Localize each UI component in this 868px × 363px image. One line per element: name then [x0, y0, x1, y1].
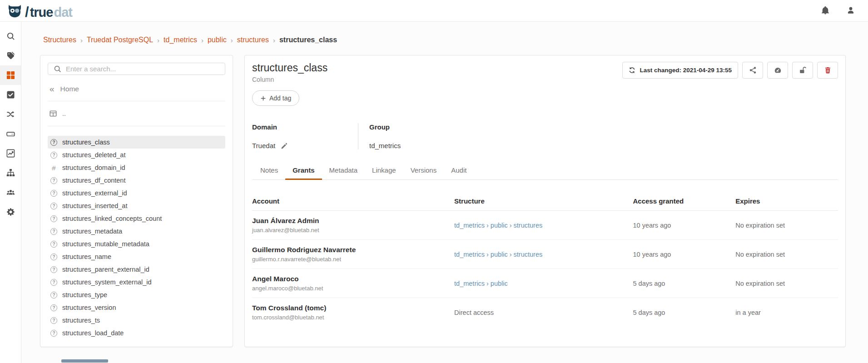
add-tag-button[interactable]: Add tag — [252, 90, 299, 106]
user-profile-icon[interactable] — [846, 6, 856, 16]
question-circle-icon: ? — [50, 279, 57, 286]
search-box — [48, 63, 225, 75]
grant-expires: No expiration set — [735, 222, 838, 229]
grant-account-name: Juan Álvarez Admin — [252, 217, 454, 225]
field-item-label: structures_type — [62, 291, 107, 298]
field-item-label: structures_metadata — [62, 228, 122, 235]
breadcrumb-separator: › — [80, 36, 83, 44]
grant-access-granted: 5 days ago — [633, 309, 735, 316]
field-item-label: structures_version — [62, 304, 116, 311]
breadcrumb-separator: › — [231, 36, 233, 44]
divider — [48, 126, 225, 126]
question-circle-icon: ? — [50, 190, 57, 197]
field-item-label: structures_name — [62, 253, 111, 260]
detail-tabs: NotesGrantsMetadataLinkageVersionsAudit — [252, 162, 838, 180]
notifications-bell-icon[interactable] — [821, 6, 831, 16]
icon-rail — [0, 22, 21, 363]
grant-expires: in a year — [735, 309, 838, 316]
question-circle-icon: ? — [50, 317, 57, 324]
rail-item-dashboards[interactable] — [0, 144, 21, 163]
field-item-label: structures_ts — [62, 317, 100, 324]
grant-row: Guillermo Rodriguez Navarreteguillermo.r… — [252, 240, 838, 269]
field-item-label: structures_linked_concepts_count — [62, 215, 162, 222]
breadcrumb-item[interactable]: td_metrics — [164, 36, 197, 44]
breadcrumb-item[interactable]: Truedat PostgreSQL — [87, 36, 153, 44]
rail-item-rules[interactable] — [0, 85, 21, 104]
rail-item-systems[interactable] — [0, 124, 21, 144]
tab-grants[interactable]: Grants — [285, 162, 322, 180]
tab-notes[interactable]: Notes — [253, 162, 285, 180]
rail-item-search[interactable] — [0, 26, 21, 46]
tab-versions[interactable]: Versions — [403, 162, 444, 180]
breadcrumb-item[interactable]: Structures — [43, 36, 76, 44]
breadcrumb-item[interactable]: structures — [237, 36, 269, 44]
grants-table: AccountStructureAccess grantedExpires Ju… — [252, 191, 838, 327]
question-circle-icon: ? — [50, 177, 57, 184]
field-item[interactable]: ?structures_load_date — [48, 327, 225, 339]
field-item[interactable]: #structures_domain_id — [48, 161, 225, 174]
parent-table-item[interactable]: .. — [48, 109, 225, 118]
grant-structure-text: Direct access — [454, 309, 494, 316]
field-item[interactable]: ?structures_linked_concepts_count — [48, 212, 225, 225]
rail-item-tags[interactable] — [0, 46, 21, 65]
field-item[interactable]: ?structures_class — [48, 136, 225, 149]
gear-icon — [6, 208, 15, 216]
field-item[interactable]: ?structures_type — [48, 288, 225, 301]
double-chevron-left-icon: « — [50, 85, 55, 93]
rail-item-settings[interactable] — [0, 202, 21, 222]
home-collapse-button[interactable]: « Home — [50, 85, 225, 93]
breadcrumb-item[interactable]: public — [208, 36, 227, 44]
tab-audit[interactable]: Audit — [444, 162, 474, 180]
field-item[interactable]: ?structures_ts — [48, 314, 225, 327]
field-item[interactable]: ?structures_deleted_at — [48, 149, 225, 161]
rail-item-taxonomy[interactable] — [0, 163, 21, 183]
question-circle-icon: ? — [50, 254, 57, 260]
question-circle-icon: ? — [50, 266, 57, 273]
field-item[interactable]: ?structures_mutable_metadata — [48, 238, 225, 250]
breadcrumb-separator: › — [201, 36, 203, 44]
question-circle-icon: ? — [50, 215, 57, 222]
field-item[interactable]: ?structures_parent_external_id — [48, 263, 225, 276]
grant-structure-link[interactable]: td_metrics › public — [454, 280, 508, 287]
horizontal-scrollbar-thumb[interactable] — [61, 359, 108, 363]
pencil-icon — [281, 142, 288, 149]
rail-item-users[interactable] — [0, 183, 21, 202]
last-changed-button[interactable]: Last changed: 2021-04-29 13:55 — [622, 62, 738, 79]
field-item[interactable]: ?structures_external_id — [48, 187, 225, 199]
rail-item-lineage[interactable] — [0, 104, 21, 124]
edit-domain-button[interactable] — [281, 142, 288, 149]
field-item-label: structures_class — [62, 139, 110, 146]
question-circle-icon: ? — [50, 241, 57, 248]
grant-expires: No expiration set — [735, 280, 838, 287]
app-header: / true dat — [0, 0, 868, 22]
quality-gauge-button[interactable] — [767, 62, 788, 79]
unlock-button[interactable] — [792, 62, 813, 79]
share-icon — [749, 66, 757, 74]
field-item[interactable]: ?structures_metadata — [48, 225, 225, 238]
field-item[interactable]: ?structures_system_external_id — [48, 276, 225, 288]
check-icon — [6, 90, 15, 99]
field-item[interactable]: ?structures_df_content — [48, 174, 225, 187]
unlock-icon — [799, 66, 807, 74]
field-item-label: structures_external_id — [62, 189, 127, 197]
search-icon — [6, 32, 15, 40]
chart-icon — [6, 149, 15, 158]
tab-linkage[interactable]: Linkage — [365, 162, 403, 180]
share-button[interactable] — [742, 62, 763, 79]
refresh-icon — [629, 67, 635, 74]
grant-structure-link[interactable]: td_metrics › public › structures — [454, 222, 542, 229]
logo-slash: / — [25, 5, 29, 19]
rail-item-structures[interactable] — [0, 65, 21, 85]
grant-structure-link[interactable]: td_metrics › public › structures — [454, 251, 542, 258]
search-input[interactable] — [66, 65, 219, 73]
delete-button[interactable] — [817, 62, 838, 79]
tab-metadata[interactable]: Metadata — [322, 162, 365, 180]
grants-column-header: Expires — [735, 197, 838, 205]
question-circle-icon: ? — [50, 292, 57, 298]
field-item[interactable]: ?structures_version — [48, 301, 225, 314]
truedat-logo[interactable]: / true dat — [6, 2, 72, 19]
group-section: Group td_metrics — [358, 123, 401, 149]
question-circle-icon: ? — [50, 330, 57, 337]
field-item[interactable]: ?structures_name — [48, 250, 225, 263]
field-item[interactable]: ?structures_inserted_at — [48, 199, 225, 212]
